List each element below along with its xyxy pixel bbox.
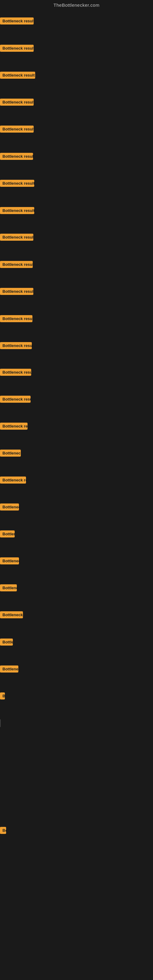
result-row-17: Bottleneck [0, 450, 21, 457]
bottleneck-badge-11[interactable]: Bottleneck result [0, 288, 33, 295]
result-row-5: Bottleneck result [0, 126, 33, 133]
bottleneck-badge-28[interactable]: Bo [0, 827, 6, 834]
bottleneck-badge-25[interactable]: Bottlenec [0, 665, 18, 673]
result-row-21: Bottlenec [0, 557, 19, 565]
result-row-6: Bottleneck result [0, 153, 33, 160]
bottleneck-badge-21[interactable]: Bottlenec [0, 557, 19, 565]
bottleneck-badge-14[interactable]: Bottleneck result [0, 369, 31, 376]
result-row-23: Bottleneck r [0, 611, 23, 618]
site-title: TheBottlenecker.com [54, 2, 99, 8]
bottleneck-badge-15[interactable]: Bottleneck result [0, 396, 30, 403]
result-row-8: Bottleneck result [0, 207, 34, 214]
result-row-19: Bottlenec [0, 503, 19, 511]
result-row-14: Bottleneck result [0, 369, 31, 376]
result-row-9: Bottleneck result [0, 234, 33, 241]
bottleneck-badge-24[interactable]: Bottle [0, 638, 13, 646]
result-row-16: Bottleneck resu [0, 423, 27, 430]
result-row-22: Bottlene [0, 584, 17, 591]
bottleneck-badge-2[interactable]: Bottleneck result [0, 45, 33, 52]
result-row-18: Bottleneck res [0, 477, 26, 484]
bottleneck-badge-13[interactable]: Bottleneck result [0, 342, 32, 349]
bottleneck-badge-19[interactable]: Bottlenec [0, 503, 19, 511]
result-row-3: Bottleneck result [0, 72, 35, 79]
result-row-15: Bottleneck result [0, 396, 30, 403]
bottleneck-badge-4[interactable]: Bottleneck result [0, 99, 33, 106]
bottleneck-badge-3[interactable]: Bottleneck result [0, 72, 35, 79]
result-row-26: B [0, 692, 5, 700]
result-row-20: Bottler [0, 530, 15, 538]
bottleneck-badge-6[interactable]: Bottleneck result [0, 153, 33, 160]
bottleneck-badge-18[interactable]: Bottleneck res [0, 477, 26, 484]
result-row-7: Bottleneck result [0, 180, 34, 187]
bottleneck-badge-12[interactable]: Bottleneck result [0, 315, 32, 322]
bottleneck-badge-5[interactable]: Bottleneck result [0, 126, 33, 133]
bottleneck-badge-1[interactable]: Bottleneck result [0, 18, 33, 24]
bottleneck-badge-7[interactable]: Bottleneck result [0, 180, 34, 187]
bottleneck-badge-23[interactable]: Bottleneck r [0, 611, 23, 618]
bottleneck-badge-8[interactable]: Bottleneck result [0, 207, 34, 214]
site-header: TheBottlenecker.com [0, 0, 153, 9]
bottleneck-badge-10[interactable]: Bottleneck result [0, 261, 33, 268]
result-row-24: Bottle [0, 638, 13, 646]
result-row-13: Bottleneck result [0, 342, 32, 349]
result-row-27 [0, 719, 1, 727]
result-row-4: Bottleneck result [0, 99, 33, 106]
result-row-1: Bottleneck result [0, 18, 33, 24]
bottleneck-badge-20[interactable]: Bottler [0, 530, 15, 538]
result-row-12: Bottleneck result [0, 315, 32, 322]
result-row-25: Bottlenec [0, 665, 18, 673]
bottleneck-badge-17[interactable]: Bottleneck [0, 450, 21, 457]
result-row-10: Bottleneck result [0, 261, 33, 268]
result-row-11: Bottleneck result [0, 288, 33, 295]
bottleneck-badge-9[interactable]: Bottleneck result [0, 234, 33, 241]
result-row-2: Bottleneck result [0, 45, 33, 52]
bottleneck-badge-16[interactable]: Bottleneck resu [0, 423, 27, 430]
bottleneck-badge-22[interactable]: Bottlene [0, 584, 17, 591]
bottleneck-badge-26[interactable]: B [0, 692, 5, 700]
result-row-28: Bo [0, 827, 6, 834]
